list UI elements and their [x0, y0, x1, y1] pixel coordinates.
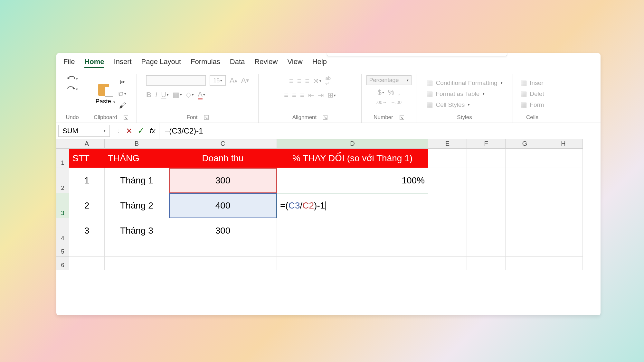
wrap-text-icon[interactable]: ab↵: [325, 75, 331, 87]
cell-A5[interactable]: [69, 243, 105, 257]
row-header-4[interactable]: 4: [56, 218, 69, 243]
cell-D3[interactable]: =(C3/C2)-1: [277, 193, 428, 218]
tab-view[interactable]: View: [287, 58, 302, 68]
orientation-icon[interactable]: ⤭▾: [313, 77, 321, 85]
col-header-A[interactable]: A: [69, 139, 105, 149]
col-header-D[interactable]: D: [277, 139, 428, 149]
select-all-corner[interactable]: [56, 139, 69, 149]
cell-H3[interactable]: [544, 193, 583, 218]
copy-icon[interactable]: ⧉▾: [118, 90, 126, 98]
cell-F1[interactable]: [467, 149, 506, 168]
underline-icon[interactable]: U▾: [161, 91, 169, 99]
comma-format-icon[interactable]: ,: [398, 88, 400, 97]
cell-E3[interactable]: [428, 193, 467, 218]
cell-H6[interactable]: [544, 257, 583, 270]
decrease-decimal-icon[interactable]: ←.00: [391, 100, 402, 105]
cell-B3[interactable]: Tháng 2: [105, 193, 169, 218]
cell-C4[interactable]: 300: [169, 218, 277, 243]
search-box[interactable]: [327, 53, 507, 56]
font-launcher-icon[interactable]: ↘: [204, 115, 209, 120]
percent-format-icon[interactable]: %: [388, 88, 394, 97]
cell-H4[interactable]: [544, 218, 583, 243]
undo-icon[interactable]: ▾: [67, 75, 78, 82]
cell-A4[interactable]: 3: [69, 218, 105, 243]
align-top-icon[interactable]: ≡: [289, 77, 293, 85]
font-name-select[interactable]: [146, 75, 206, 86]
increase-indent-icon[interactable]: ⇥: [318, 91, 324, 99]
formula-input[interactable]: =(C3/C2)-1: [159, 123, 601, 139]
cell-F6[interactable]: [467, 257, 506, 270]
more-icon[interactable]: ⋮: [116, 128, 121, 134]
align-right-icon[interactable]: ≡: [300, 91, 304, 99]
number-launcher-icon[interactable]: ↘: [400, 115, 404, 120]
cell-D1[interactable]: % THAY ĐỔI (so với Tháng 1): [277, 149, 428, 168]
cell-D5[interactable]: [277, 243, 428, 257]
tab-page-layout[interactable]: Page Layout: [141, 58, 181, 68]
cell-G2[interactable]: [506, 168, 544, 193]
cell-A3[interactable]: 2: [69, 193, 105, 218]
tab-formulas[interactable]: Formulas: [191, 58, 220, 68]
row-header-2[interactable]: 2: [56, 168, 69, 193]
cell-G4[interactable]: [506, 218, 544, 243]
cell-C6[interactable]: [169, 257, 277, 270]
number-format-select[interactable]: Percentage▾: [366, 75, 412, 85]
tab-insert[interactable]: Insert: [114, 58, 132, 68]
cell-G1[interactable]: [506, 149, 544, 168]
tab-home[interactable]: Home: [84, 58, 104, 68]
cell-B4[interactable]: Tháng 3: [105, 218, 169, 243]
col-header-G[interactable]: G: [506, 139, 544, 149]
row-header-6[interactable]: 6: [56, 257, 69, 270]
cell-H5[interactable]: [544, 243, 583, 257]
row-header-3[interactable]: 3: [56, 193, 69, 218]
font-size-select[interactable]: 15▾: [210, 75, 226, 86]
cell-C3[interactable]: 400: [169, 193, 277, 218]
fx-icon[interactable]: fx: [150, 127, 155, 135]
format-painter-icon[interactable]: 🖌: [119, 101, 126, 110]
cell-E4[interactable]: [428, 218, 467, 243]
tab-file[interactable]: File: [63, 58, 75, 68]
cut-icon[interactable]: ✂: [119, 78, 125, 87]
bold-icon[interactable]: B: [146, 91, 151, 99]
font-color-icon[interactable]: A▾: [198, 90, 205, 99]
increase-decimal-icon[interactable]: .00→: [376, 100, 387, 105]
merge-icon[interactable]: ⊞▾: [327, 91, 336, 99]
italic-icon[interactable]: I: [155, 91, 157, 99]
tab-help[interactable]: Help: [312, 58, 327, 68]
cell-D6[interactable]: [277, 257, 428, 270]
align-bottom-icon[interactable]: ≡: [305, 77, 309, 85]
align-middle-icon[interactable]: ≡: [297, 77, 301, 85]
paste-label[interactable]: Paste ▾: [96, 98, 116, 105]
paste-icon[interactable]: [98, 83, 113, 97]
cell-G6[interactable]: [506, 257, 544, 270]
col-header-C[interactable]: C: [169, 139, 277, 149]
redo-icon[interactable]: ▾: [67, 86, 78, 93]
decrease-indent-icon[interactable]: ⇤: [308, 91, 314, 99]
format-cells-button[interactable]: ▦Form: [520, 101, 544, 109]
clipboard-launcher-icon[interactable]: ↘: [124, 115, 128, 120]
cell-B1[interactable]: THÁNG: [105, 149, 169, 168]
accounting-format-icon[interactable]: $▾: [378, 88, 384, 97]
cell-C2[interactable]: 300: [169, 168, 277, 193]
cancel-icon[interactable]: ✕: [126, 126, 132, 135]
increase-font-icon[interactable]: A▴: [230, 76, 237, 85]
borders-icon[interactable]: ▦▾: [173, 91, 182, 99]
cell-E6[interactable]: [428, 257, 467, 270]
cell-G5[interactable]: [506, 243, 544, 257]
cell-D4[interactable]: [277, 218, 428, 243]
name-box[interactable]: SUM▾: [58, 125, 110, 137]
col-header-E[interactable]: E: [428, 139, 467, 149]
cell-F5[interactable]: [467, 243, 506, 257]
cell-A6[interactable]: [69, 257, 105, 270]
cell-G3[interactable]: [506, 193, 544, 218]
cell-A1[interactable]: STT: [69, 149, 105, 168]
tab-review[interactable]: Review: [254, 58, 278, 68]
cell-styles-button[interactable]: ▦Cell Styles▾: [426, 101, 470, 109]
delete-cells-button[interactable]: ▦Delet: [520, 90, 544, 98]
enter-icon[interactable]: ✓: [137, 126, 145, 136]
format-as-table-button[interactable]: ▦Format as Table▾: [426, 90, 485, 98]
cell-F2[interactable]: [467, 168, 506, 193]
cell-B6[interactable]: [105, 257, 169, 270]
spreadsheet-grid[interactable]: A B C D E F G H 1 STT THÁNG Doanh thu % …: [56, 139, 601, 270]
cell-H1[interactable]: [544, 149, 583, 168]
cell-C5[interactable]: [169, 243, 277, 257]
